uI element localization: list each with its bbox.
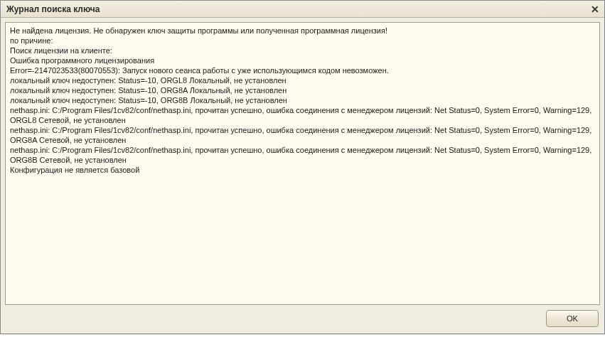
log-line: Error=-2147023533(80070553): Запуск ново… bbox=[10, 65, 595, 75]
log-line: Поиск лицензии на клиенте: bbox=[10, 46, 595, 55]
close-icon[interactable]: ✕ bbox=[589, 3, 601, 16]
log-line: локальный ключ недоступен: Status=-10, O… bbox=[10, 75, 595, 85]
log-line: по причине: bbox=[10, 36, 595, 46]
log-line: локальный ключ недоступен: Status=-10, O… bbox=[10, 85, 595, 95]
dialog-window: Журнал поиска ключа ✕ Не найдена лицензи… bbox=[0, 0, 605, 334]
log-output[interactable]: Не найдена лицензия. Не обнаружен ключ з… bbox=[5, 22, 600, 305]
log-line: nethasp.ini: C:/Program Files/1cv82/conf… bbox=[10, 105, 595, 125]
log-line: Не найдена лицензия. Не обнаружен ключ з… bbox=[10, 26, 595, 36]
log-line: Конфигурация не является базовой bbox=[10, 165, 595, 175]
titlebar: Журнал поиска ключа ✕ bbox=[1, 1, 604, 18]
content-area: Не найдена лицензия. Не обнаружен ключ з… bbox=[1, 18, 604, 333]
ok-button[interactable]: OK bbox=[546, 310, 599, 327]
log-line: nethasp.ini: C:/Program Files/1cv82/conf… bbox=[10, 125, 595, 145]
log-line: локальный ключ недоступен: Status=-10, O… bbox=[10, 95, 595, 105]
log-line: Ошибка программного лицензирования bbox=[10, 55, 595, 65]
window-title: Журнал поиска ключа bbox=[6, 4, 589, 14]
button-bar: OK bbox=[5, 305, 600, 329]
log-line: nethasp.ini: C:/Program Files/1cv82/conf… bbox=[10, 145, 595, 165]
